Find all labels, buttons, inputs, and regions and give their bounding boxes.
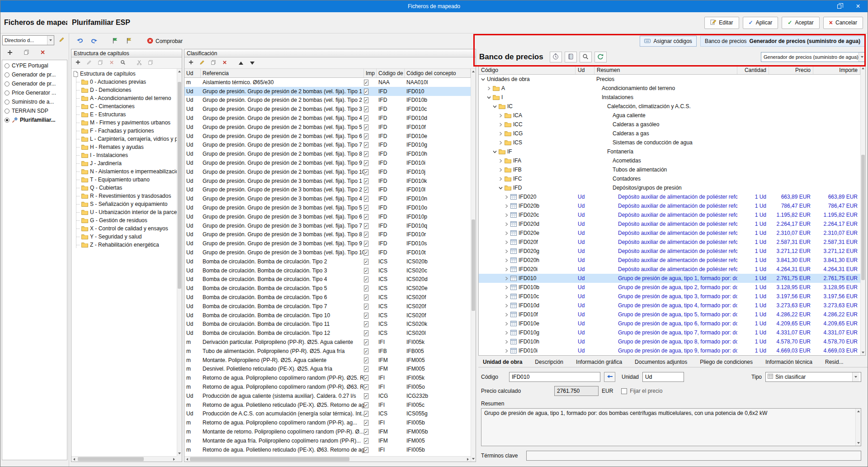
refresh-button[interactable] xyxy=(594,52,607,62)
sidebar-item-generador-de-pr[interactable]: Generador de pr... xyxy=(2,70,67,79)
sidebar-item-terrain-sdp[interactable]: TERRAIN SDP xyxy=(2,106,67,115)
classification-row[interactable]: UdGrupo de presión. Grupo de presión de … xyxy=(184,212,471,221)
editar-button[interactable]: Editar xyxy=(704,17,739,29)
sidebar-item-cype-portugal[interactable]: CYPE Portugal xyxy=(2,61,67,70)
classification-row[interactable]: UdGrupo de presión. Grupo de presión de … xyxy=(184,114,471,123)
add-bank-button[interactable] xyxy=(5,48,15,58)
cut-chapter-button[interactable] xyxy=(134,58,144,68)
imp-checkbox[interactable]: ✓ xyxy=(364,410,377,417)
imp-checkbox[interactable]: ✓ xyxy=(364,231,377,238)
chapter-row[interactable]: J - Jardinería xyxy=(71,159,177,167)
imp-checkbox[interactable]: ✓ xyxy=(364,348,377,354)
price-row-ics[interactable]: ICSSistemas de conducción de agua xyxy=(479,138,860,147)
tab-documentos-adjuntos[interactable]: Documentos adjuntos xyxy=(635,359,687,365)
classification-row[interactable]: UdBomba de circulación. Bomba de circula… xyxy=(184,266,471,275)
chapter-row[interactable]: L - Carpintería, cerrajería, vidrios y p… xyxy=(71,135,177,143)
chapter-row[interactable]: Q - Cubiertas xyxy=(71,184,177,192)
imp-checkbox[interactable]: ✓ xyxy=(364,169,377,175)
classification-row[interactable]: mMontante de agua fría. Polipropileno co… xyxy=(184,436,471,445)
classification-row[interactable]: mRetorno de agua. Polietileno reticulado… xyxy=(184,445,471,454)
scroll-up-button[interactable] xyxy=(856,409,861,414)
chapter-horizontal-scrollbar[interactable] xyxy=(71,456,177,462)
classification-row[interactable]: UdProducción de A.C.S. con acumulación (… xyxy=(184,409,471,418)
price-row-ifd010g[interactable]: IFD010gUdGrupo de presión de agua, tipo … xyxy=(479,328,860,337)
imp-checkbox[interactable]: ✓ xyxy=(364,294,377,300)
chapter-row[interactable]: S - Señalización y equipamiento xyxy=(71,200,177,208)
edit-chapter-button[interactable] xyxy=(84,58,94,68)
classification-row[interactable]: UdGrupo de presión. Grupo de presión de … xyxy=(184,221,471,230)
chevron-right-icon[interactable] xyxy=(504,213,509,217)
imp-checkbox[interactable]: ✓ xyxy=(364,357,377,363)
classification-row[interactable]: mRetorno de agua. Polipropileno copolíme… xyxy=(184,373,471,382)
comprobar-button[interactable]: Comprobar xyxy=(144,36,185,47)
price-row-ifd010h[interactable]: IFD010hUdGrupo de presión de agua, tipo … xyxy=(479,337,860,346)
codigo-input[interactable] xyxy=(509,372,600,382)
delete-classification-button[interactable] xyxy=(220,58,230,68)
classification-row[interactable]: UdBomba de circulación. Bomba de circula… xyxy=(184,284,471,293)
imp-checkbox[interactable]: ✓ xyxy=(364,214,377,220)
classification-row[interactable]: mRetorno de agua. Polipropileno copolíme… xyxy=(184,418,471,427)
chevron-right-icon[interactable] xyxy=(498,168,503,172)
restore-window-button[interactable] xyxy=(830,0,849,12)
terminos-clave-input[interactable] xyxy=(526,451,861,461)
paste-chapter-button[interactable] xyxy=(146,58,156,68)
chevron-right-icon[interactable] xyxy=(504,349,509,353)
classification-row[interactable]: UdGrupo de presión. Grupo de presión de … xyxy=(184,239,471,248)
imp-checkbox[interactable]: ✓ xyxy=(364,223,377,229)
chevron-right-icon[interactable] xyxy=(498,123,503,127)
imp-checkbox[interactable]: ✓ xyxy=(364,402,377,408)
scrollbar-thumb[interactable] xyxy=(78,457,144,461)
classification-row[interactable]: UdGrupo de presión. Grupo de presión de … xyxy=(184,141,471,150)
book-button[interactable] xyxy=(565,52,577,62)
price-row-ica[interactable]: ICAAgua caliente xyxy=(479,111,860,120)
copy-bank-button[interactable] xyxy=(21,48,32,58)
imp-checkbox[interactable]: ✓ xyxy=(364,160,377,166)
price-row-icc[interactable]: ICCCalderas a gasóleo xyxy=(479,120,860,129)
redo-button[interactable] xyxy=(89,36,99,47)
chevron-right-icon[interactable] xyxy=(504,322,509,326)
classification-row[interactable]: UdGrupo de presión. Grupo de presión de … xyxy=(184,96,471,105)
chevron-right-icon[interactable] xyxy=(498,159,503,163)
chevron-right-icon[interactable] xyxy=(504,313,509,317)
cancelar-button[interactable]: × Cancelar xyxy=(823,17,863,29)
delete-bank-button[interactable] xyxy=(37,48,48,58)
clock-button[interactable] xyxy=(550,52,562,62)
scrollbar-thumb[interactable] xyxy=(861,155,865,280)
scroll-down-button[interactable] xyxy=(861,350,865,355)
chapter-root-row[interactable]: Estructura de capítulos xyxy=(71,70,177,78)
chapter-vertical-scrollbar[interactable] xyxy=(177,69,182,456)
price-row-a[interactable]: AAcondicionamiento del terreno xyxy=(479,84,860,93)
scrollbar-thumb[interactable] xyxy=(472,219,475,311)
classification-row[interactable]: UdBomba de circulación. Bomba de circula… xyxy=(184,311,471,320)
tab-resid[interactable]: Resid... xyxy=(825,359,844,365)
imp-checkbox[interactable]: ✓ xyxy=(364,429,377,435)
price-row-ifd020b[interactable]: IFD020bUdDepósito auxiliar de alimentaci… xyxy=(479,201,860,210)
imp-checkbox[interactable]: ✓ xyxy=(364,195,377,202)
classification-row[interactable]: UdGrupo de presión. Grupo de presión de … xyxy=(184,132,471,141)
scrollbar-track[interactable] xyxy=(861,71,865,350)
price-row-if[interactable]: IFFontanería xyxy=(479,147,860,156)
chevron-right-icon[interactable] xyxy=(504,231,509,235)
directory-dropdown[interactable]: Directorio d... xyxy=(2,35,54,45)
chapter-row[interactable]: F - Fachadas y particiones xyxy=(71,127,177,135)
imp-checkbox[interactable]: ✓ xyxy=(364,124,377,130)
chevron-right-icon[interactable] xyxy=(504,249,509,253)
chapter-row[interactable]: X - Control de calidad y ensayos xyxy=(71,224,177,233)
tab-descripci-n[interactable]: Descripción xyxy=(535,359,563,365)
scroll-up-button[interactable] xyxy=(861,66,865,71)
chevron-right-icon[interactable] xyxy=(504,331,509,335)
classification-row[interactable]: UdBomba de circulación. Bomba de circula… xyxy=(184,275,471,284)
imp-checkbox[interactable]: ✓ xyxy=(364,384,377,390)
price-row-ifd020e[interactable]: IFD020eUdDepósito auxiliar de alimentaci… xyxy=(479,229,860,238)
scrollbar-thumb[interactable] xyxy=(190,457,349,461)
imp-checkbox[interactable]: ✓ xyxy=(364,285,377,291)
tab-informaci-n-gr-fica[interactable]: Información gráfica xyxy=(576,359,622,365)
price-row-ifd020[interactable]: IFD020UdDepósito auxiliar de alimentació… xyxy=(479,192,860,201)
imp-checkbox[interactable]: ✓ xyxy=(364,276,377,282)
classification-row[interactable]: UdGrupo de presión. Grupo de presión de … xyxy=(184,158,471,167)
price-row-ifd020d[interactable]: IFD020dUdDepósito auxiliar de alimentaci… xyxy=(479,219,860,229)
scroll-up-button[interactable] xyxy=(177,69,182,74)
classification-row[interactable]: UdBomba de circulación. Bomba de circula… xyxy=(184,293,471,302)
classification-row[interactable]: mTubo de alimentación. Polipropileno (PP… xyxy=(184,347,471,356)
classification-row[interactable]: UdGrupo de presión. Grupo de presión de … xyxy=(184,167,471,176)
